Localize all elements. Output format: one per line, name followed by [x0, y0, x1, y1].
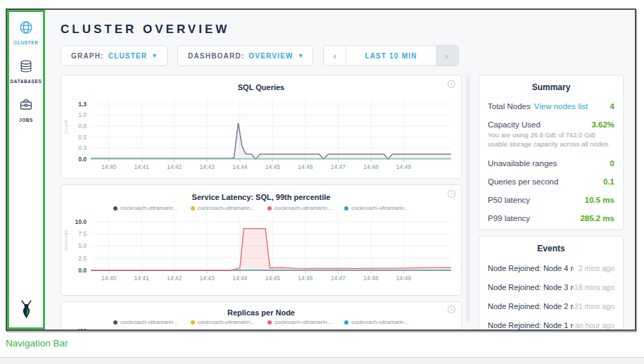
- svg-text:14:40: 14:40: [101, 163, 117, 170]
- svg-text:10.0: 10.0: [75, 218, 87, 225]
- svg-text:14:48: 14:48: [363, 275, 379, 282]
- event-time: 31 mins ago: [574, 302, 614, 310]
- summary-title: Summary: [488, 82, 614, 92]
- cockroachdb-logo[interactable]: [18, 300, 35, 322]
- svg-text:14:41: 14:41: [134, 163, 149, 170]
- summary-row: Capacity Used 3.62%: [488, 120, 614, 129]
- right-panel-column: Summary Total NodesView nodes list 4 Cap…: [479, 75, 624, 330]
- legend-dot-icon: [344, 320, 348, 325]
- legend-dot-icon: [113, 320, 118, 325]
- annotation-navigation-bar-label: Navigation Bar: [6, 338, 68, 349]
- dashboard-dropdown[interactable]: DASHBOARD: OVERVIEW ▾: [177, 45, 313, 66]
- summary-label: Unavailable ranges: [488, 159, 557, 168]
- legend-item[interactable]: cockroach-ultramarin...: [113, 319, 177, 325]
- legend-dot-icon: [191, 320, 195, 325]
- events-panel: Events Node Rejoined: Node 4 rej... 2 mi…: [479, 236, 624, 330]
- legend-item[interactable]: cockroach-ultramarin...: [344, 319, 408, 325]
- database-icon: [19, 59, 33, 76]
- legend-dot-icon: [267, 206, 272, 211]
- summary-value: 0: [610, 159, 614, 168]
- summary-note: You are using 26.8 GiB of 742.0 GiB usab…: [488, 130, 614, 149]
- svg-text:2.5: 2.5: [78, 255, 87, 262]
- summary-row: Total NodesView nodes list 4: [488, 102, 614, 111]
- svg-text:1.3: 1.3: [78, 101, 87, 108]
- svg-text:0.0: 0.0: [78, 156, 87, 163]
- navigation-bar: CLUSTER DATABASES: [7, 10, 45, 330]
- chevron-right-icon: ›: [446, 51, 448, 61]
- svg-text:7.5: 7.5: [78, 230, 87, 237]
- svg-text:14:47: 14:47: [331, 275, 346, 282]
- svg-text:0.5: 0.5: [78, 134, 87, 141]
- dashboard-dropdown-value: OVERVIEW: [248, 52, 293, 60]
- sidebar-item-databases[interactable]: DATABASES: [11, 59, 42, 84]
- time-range-label[interactable]: LAST 10 MIN: [346, 46, 435, 65]
- event-text: Node Rejoined: Node 4 rej...: [488, 264, 574, 272]
- chart-title: SQL Queries: [238, 83, 284, 92]
- legend-item[interactable]: cockroach-ultramarin...: [344, 205, 408, 211]
- summary-value: 285.2 ms: [580, 214, 614, 222]
- svg-text:14:46: 14:46: [298, 275, 313, 282]
- info-icon[interactable]: i: [448, 190, 455, 198]
- info-icon[interactable]: i: [448, 306, 455, 313]
- svg-text:14:42: 14:42: [167, 163, 182, 170]
- legend-dot-icon: [344, 206, 348, 211]
- chart-legend: cockroach-ultramarin... cockroach-ultram…: [61, 319, 461, 325]
- svg-text:0.0: 0.0: [78, 267, 87, 274]
- legend-item[interactable]: cockroach-ultramarin...: [267, 205, 332, 211]
- svg-text:0.3: 0.3: [78, 144, 87, 151]
- summary-row: Unavailable ranges 0: [488, 159, 614, 168]
- svg-text:14:43: 14:43: [200, 275, 215, 282]
- summary-value: 3.62%: [591, 120, 614, 129]
- charts-column: SQL Queries i count 14:4014:4114:4214:43…: [61, 75, 462, 330]
- svg-text:14:45: 14:45: [265, 163, 281, 170]
- time-range-selector: ‹ LAST 10 MIN ›: [323, 45, 458, 66]
- view-nodes-link[interactable]: View nodes list: [534, 102, 588, 111]
- svg-text:5.0: 5.0: [78, 242, 87, 249]
- chevron-left-icon: ‹: [334, 51, 336, 61]
- dashboard-dropdown-label: DASHBOARD:: [188, 52, 244, 60]
- legend-item[interactable]: cockroach-ultramarin...: [113, 205, 177, 211]
- svg-text:14:49: 14:49: [396, 163, 412, 170]
- sidebar-item-label: DATABASES: [11, 79, 42, 84]
- graph-dropdown-value: CLUSTER: [108, 52, 148, 60]
- svg-text:400: 400: [77, 327, 87, 330]
- summary-panel: Summary Total NodesView nodes list 4 Cap…: [479, 75, 624, 230]
- main-content: CLUSTER OVERVIEW GRAPH: CLUSTER ▾ DASHBO…: [45, 10, 635, 330]
- vertical-scrollbar[interactable]: [466, 75, 470, 322]
- legend-item[interactable]: cockroach-ultramarin...: [191, 319, 255, 325]
- chart-legend: cockroach-ultramarin... cockroach-ultram…: [61, 205, 461, 211]
- event-time: 2 mins ago: [579, 264, 614, 272]
- info-icon[interactable]: i: [448, 80, 455, 88]
- event-text: Node Rejoined: Node 1 rej...: [488, 321, 574, 330]
- sql-queries-chart: 14:4014:4114:4214:4314:4414:4514:4614:47…: [64, 93, 458, 175]
- summary-row: P99 latency 285.2 ms: [488, 214, 614, 222]
- summary-label: Capacity Used: [488, 120, 541, 129]
- time-range-next-button-disabled[interactable]: ›: [436, 46, 458, 65]
- sidebar-item-cluster[interactable]: CLUSTER: [14, 20, 39, 45]
- svg-text:14:44: 14:44: [232, 163, 248, 170]
- svg-text:14:49: 14:49: [396, 275, 412, 282]
- time-range-prev-button[interactable]: ‹: [324, 46, 346, 65]
- service-latency-card: Service Latency: SQL, 99th percentile i …: [61, 184, 462, 296]
- svg-text:14:48: 14:48: [363, 163, 379, 170]
- graph-dropdown-label: GRAPH:: [71, 52, 104, 60]
- legend-dot-icon: [113, 206, 118, 211]
- legend-dot-icon: [191, 206, 195, 211]
- dashboard-content: SQL Queries i count 14:4014:4114:4214:43…: [61, 75, 635, 330]
- graph-dropdown[interactable]: GRAPH: CLUSTER ▾: [61, 45, 168, 66]
- summary-value: 0.1: [603, 177, 614, 186]
- legend-item[interactable]: cockroach-ultramarin...: [191, 205, 255, 211]
- globe-icon: [19, 20, 33, 37]
- svg-text:14:45: 14:45: [265, 275, 281, 282]
- event-row: Node Rejoined: Node 4 rej... 2 mins ago: [488, 264, 614, 272]
- event-row: Node Rejoined: Node 3 rej... 18 mins ago: [488, 283, 614, 291]
- event-row: Node Rejoined: Node 1 rej... an hour ago: [488, 321, 614, 330]
- event-text: Node Rejoined: Node 3 rej...: [488, 283, 574, 291]
- controls-bar: GRAPH: CLUSTER ▾ DASHBOARD: OVERVIEW ▾ ‹…: [61, 45, 635, 66]
- event-row: Node Rejoined: Node 2 rej... 31 mins ago: [488, 302, 614, 310]
- summary-value: 10.5 ms: [585, 196, 614, 204]
- sidebar-item-jobs[interactable]: JOBS: [19, 98, 33, 123]
- legend-item[interactable]: cockroach-ultramarin...: [267, 319, 332, 325]
- replicas-per-node-card: Replicas per Node i cockroach-ultramarin…: [61, 301, 462, 330]
- y-axis-label: count: [63, 120, 68, 134]
